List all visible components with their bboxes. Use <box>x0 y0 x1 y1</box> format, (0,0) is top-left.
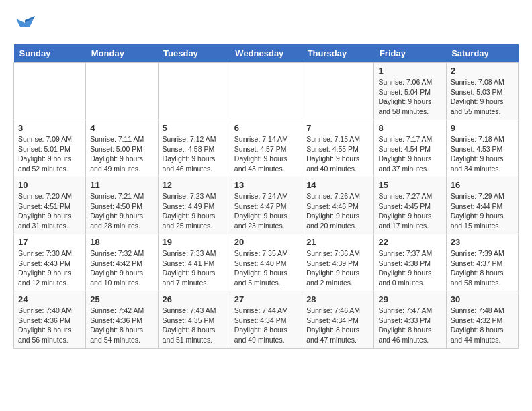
page-header <box>13 13 519 38</box>
day-number: 13 <box>234 180 298 190</box>
day-info: Sunrise: 7:37 AM Sunset: 4:38 PM Dayligh… <box>378 248 441 288</box>
day-info: Sunrise: 7:21 AM Sunset: 4:50 PM Dayligh… <box>90 191 153 231</box>
day-info: Sunrise: 7:43 AM Sunset: 4:35 PM Dayligh… <box>163 306 226 345</box>
calendar-cell: 27Sunrise: 7:44 AM Sunset: 4:34 PM Dayli… <box>230 291 302 349</box>
calendar-header-row: SundayMondayTuesdayWednesdayThursdayFrid… <box>14 44 519 63</box>
calendar-cell: 21Sunrise: 7:36 AM Sunset: 4:39 PM Dayli… <box>302 234 374 291</box>
day-number: 16 <box>451 180 514 190</box>
day-number: 12 <box>163 180 226 190</box>
calendar-cell: 3Sunrise: 7:09 AM Sunset: 5:01 PM Daylig… <box>14 120 86 177</box>
day-header-wednesday: Wednesday <box>230 44 302 63</box>
calendar-week-1: 1Sunrise: 7:06 AM Sunset: 5:04 PM Daylig… <box>14 63 519 120</box>
day-info: Sunrise: 7:24 AM Sunset: 4:47 PM Dayligh… <box>234 191 298 231</box>
day-number: 21 <box>306 237 369 247</box>
day-info: Sunrise: 7:09 AM Sunset: 5:01 PM Dayligh… <box>18 134 81 174</box>
day-number: 9 <box>451 123 514 133</box>
day-info: Sunrise: 7:27 AM Sunset: 4:45 PM Dayligh… <box>378 191 441 231</box>
day-number: 7 <box>306 123 369 133</box>
day-info: Sunrise: 7:36 AM Sunset: 4:39 PM Dayligh… <box>306 248 369 288</box>
calendar-cell: 26Sunrise: 7:43 AM Sunset: 4:35 PM Dayli… <box>158 291 230 349</box>
day-info: Sunrise: 7:14 AM Sunset: 4:57 PM Dayligh… <box>234 134 298 174</box>
day-info: Sunrise: 7:29 AM Sunset: 4:44 PM Dayligh… <box>451 191 514 231</box>
calendar-cell: 12Sunrise: 7:23 AM Sunset: 4:49 PM Dayli… <box>158 177 230 234</box>
day-info: Sunrise: 7:23 AM Sunset: 4:49 PM Dayligh… <box>163 191 226 231</box>
day-info: Sunrise: 7:18 AM Sunset: 4:53 PM Dayligh… <box>451 134 514 174</box>
calendar-cell: 24Sunrise: 7:40 AM Sunset: 4:36 PM Dayli… <box>14 291 86 349</box>
day-header-friday: Friday <box>374 44 446 63</box>
calendar-cell: 29Sunrise: 7:47 AM Sunset: 4:33 PM Dayli… <box>374 291 446 349</box>
calendar-cell: 2Sunrise: 7:08 AM Sunset: 5:03 PM Daylig… <box>446 63 518 120</box>
calendar-cell: 1Sunrise: 7:06 AM Sunset: 5:04 PM Daylig… <box>374 63 446 120</box>
calendar-cell: 4Sunrise: 7:11 AM Sunset: 5:00 PM Daylig… <box>86 120 158 177</box>
calendar-body: 1Sunrise: 7:06 AM Sunset: 5:04 PM Daylig… <box>14 63 519 349</box>
day-number: 3 <box>18 123 81 133</box>
day-number: 20 <box>234 237 298 247</box>
calendar-cell: 9Sunrise: 7:18 AM Sunset: 4:53 PM Daylig… <box>446 120 518 177</box>
day-number: 8 <box>378 123 441 133</box>
day-header-saturday: Saturday <box>446 44 518 63</box>
day-number: 17 <box>18 237 81 247</box>
calendar-cell: 17Sunrise: 7:30 AM Sunset: 4:43 PM Dayli… <box>14 234 86 291</box>
day-number: 19 <box>163 237 226 247</box>
day-number: 14 <box>306 180 369 190</box>
day-info: Sunrise: 7:30 AM Sunset: 4:43 PM Dayligh… <box>18 248 81 288</box>
calendar-cell <box>230 63 302 120</box>
day-info: Sunrise: 7:35 AM Sunset: 4:40 PM Dayligh… <box>234 248 298 288</box>
logo-icon <box>15 13 35 34</box>
day-info: Sunrise: 7:47 AM Sunset: 4:33 PM Dayligh… <box>378 306 441 345</box>
day-number: 22 <box>378 237 441 247</box>
day-number: 30 <box>451 294 514 304</box>
calendar-week-3: 10Sunrise: 7:20 AM Sunset: 4:51 PM Dayli… <box>14 177 519 234</box>
day-info: Sunrise: 7:06 AM Sunset: 5:04 PM Dayligh… <box>378 77 441 117</box>
day-number: 11 <box>90 180 153 190</box>
calendar-cell: 11Sunrise: 7:21 AM Sunset: 4:50 PM Dayli… <box>86 177 158 234</box>
calendar-cell: 6Sunrise: 7:14 AM Sunset: 4:57 PM Daylig… <box>230 120 302 177</box>
calendar-cell: 5Sunrise: 7:12 AM Sunset: 4:58 PM Daylig… <box>158 120 230 177</box>
day-header-thursday: Thursday <box>302 44 374 63</box>
day-number: 29 <box>378 294 441 304</box>
day-number: 25 <box>90 294 153 304</box>
day-number: 2 <box>451 66 514 76</box>
day-number: 24 <box>18 294 81 304</box>
calendar-cell: 23Sunrise: 7:39 AM Sunset: 4:37 PM Dayli… <box>446 234 518 291</box>
calendar-cell <box>158 63 230 120</box>
day-info: Sunrise: 7:15 AM Sunset: 4:55 PM Dayligh… <box>306 134 369 174</box>
day-number: 28 <box>306 294 369 304</box>
calendar-cell: 7Sunrise: 7:15 AM Sunset: 4:55 PM Daylig… <box>302 120 374 177</box>
day-number: 18 <box>90 237 153 247</box>
day-info: Sunrise: 7:33 AM Sunset: 4:41 PM Dayligh… <box>163 248 226 288</box>
calendar-cell <box>86 63 158 120</box>
calendar-cell: 18Sunrise: 7:32 AM Sunset: 4:42 PM Dayli… <box>86 234 158 291</box>
calendar-cell: 10Sunrise: 7:20 AM Sunset: 4:51 PM Dayli… <box>14 177 86 234</box>
calendar-cell <box>302 63 374 120</box>
logo-text <box>13 13 35 38</box>
day-info: Sunrise: 7:08 AM Sunset: 5:03 PM Dayligh… <box>451 77 514 117</box>
calendar-table: SundayMondayTuesdayWednesdayThursdayFrid… <box>13 44 519 349</box>
calendar-cell: 25Sunrise: 7:42 AM Sunset: 4:36 PM Dayli… <box>86 291 158 349</box>
day-info: Sunrise: 7:17 AM Sunset: 4:54 PM Dayligh… <box>378 134 441 174</box>
day-header-sunday: Sunday <box>14 44 86 63</box>
calendar-week-5: 24Sunrise: 7:40 AM Sunset: 4:36 PM Dayli… <box>14 291 519 349</box>
calendar-cell: 22Sunrise: 7:37 AM Sunset: 4:38 PM Dayli… <box>374 234 446 291</box>
day-info: Sunrise: 7:39 AM Sunset: 4:37 PM Dayligh… <box>451 248 514 288</box>
day-number: 1 <box>378 66 441 76</box>
day-number: 10 <box>18 180 81 190</box>
calendar-cell: 8Sunrise: 7:17 AM Sunset: 4:54 PM Daylig… <box>374 120 446 177</box>
day-number: 5 <box>163 123 226 133</box>
calendar-cell: 28Sunrise: 7:46 AM Sunset: 4:34 PM Dayli… <box>302 291 374 349</box>
day-number: 15 <box>378 180 441 190</box>
day-info: Sunrise: 7:20 AM Sunset: 4:51 PM Dayligh… <box>18 191 81 231</box>
calendar-cell: 14Sunrise: 7:26 AM Sunset: 4:46 PM Dayli… <box>302 177 374 234</box>
day-info: Sunrise: 7:12 AM Sunset: 4:58 PM Dayligh… <box>163 134 226 174</box>
day-number: 6 <box>234 123 298 133</box>
day-info: Sunrise: 7:42 AM Sunset: 4:36 PM Dayligh… <box>90 306 153 345</box>
day-info: Sunrise: 7:44 AM Sunset: 4:34 PM Dayligh… <box>234 306 298 345</box>
day-header-tuesday: Tuesday <box>158 44 230 63</box>
day-info: Sunrise: 7:32 AM Sunset: 4:42 PM Dayligh… <box>90 248 153 288</box>
calendar-cell <box>14 63 86 120</box>
day-info: Sunrise: 7:48 AM Sunset: 4:32 PM Dayligh… <box>451 306 514 345</box>
day-number: 26 <box>163 294 226 304</box>
day-info: Sunrise: 7:26 AM Sunset: 4:46 PM Dayligh… <box>306 191 369 231</box>
calendar-week-2: 3Sunrise: 7:09 AM Sunset: 5:01 PM Daylig… <box>14 120 519 177</box>
calendar-cell: 15Sunrise: 7:27 AM Sunset: 4:45 PM Dayli… <box>374 177 446 234</box>
